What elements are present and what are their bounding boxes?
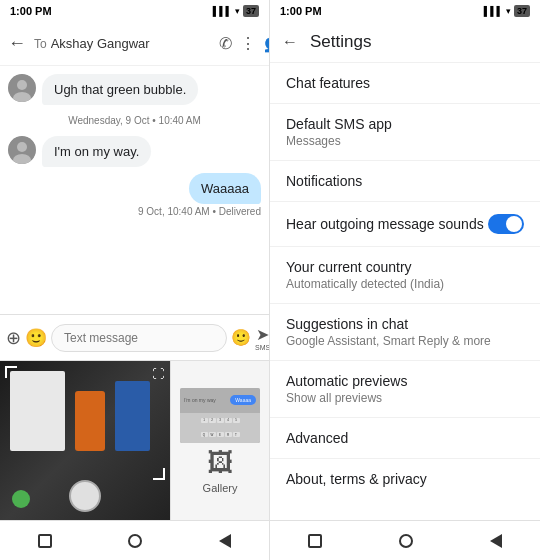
status-time-left: 1:00 PM xyxy=(10,5,52,17)
status-time-right: 1:00 PM xyxy=(280,5,322,17)
nav-back-icon-right[interactable] xyxy=(490,534,502,548)
key: E xyxy=(217,432,224,437)
cam-corner-tl xyxy=(5,366,17,378)
sounds-toggle[interactable] xyxy=(488,214,524,234)
status-bar-left: 1:00 PM ▌▌▌ ▾ 37 xyxy=(0,0,269,22)
text-message-input[interactable] xyxy=(51,324,227,352)
settings-label-6: Automatic previews xyxy=(286,373,524,389)
key: 4 xyxy=(225,418,232,423)
settings-item-suggestions[interactable]: Suggestions in chat Google Assistant, Sm… xyxy=(270,304,540,361)
settings-title: Settings xyxy=(310,32,371,52)
settings-label-0: Chat features xyxy=(286,75,524,91)
settings-back-icon[interactable]: ← xyxy=(282,33,298,51)
gallery-icon: 🖼 xyxy=(207,447,233,478)
key: W xyxy=(209,432,216,437)
settings-item-previews[interactable]: Automatic previews Show all previews xyxy=(270,361,540,418)
avatar-2 xyxy=(8,136,36,164)
camera-view[interactable]: ⛶ xyxy=(0,361,170,520)
cam-expand-icon[interactable]: ⛶ xyxy=(152,367,164,381)
preview-bubble: Waaaa xyxy=(230,395,256,405)
gallery-label: Gallery xyxy=(203,482,238,494)
message-sent-1: Waaaaa 9 Oct, 10:40 AM • Delivered xyxy=(8,173,261,217)
status-bar-right: 1:00 PM ▌▌▌ ▾ 37 xyxy=(270,0,540,22)
settings-item-about[interactable]: About, terms & privacy xyxy=(270,459,540,499)
settings-item-chat-features[interactable]: Chat features xyxy=(270,63,540,104)
sms-label: SMS xyxy=(255,344,270,351)
message-received-1: Ugh that green bubble. xyxy=(8,74,261,105)
settings-label-8: About, terms & privacy xyxy=(286,471,524,487)
key: Q xyxy=(201,432,208,437)
sticker-icon[interactable]: 🙂 xyxy=(25,327,47,349)
avatar-1 xyxy=(8,74,36,102)
settings-item-sounds: Hear outgoing message sounds xyxy=(270,202,540,247)
preview-top: I'm on my way Waaaa xyxy=(180,388,260,413)
cam-green-indicator xyxy=(12,490,30,508)
settings-list: Chat features Default SMS app Messages N… xyxy=(270,63,540,520)
settings-item-notifications[interactable]: Notifications xyxy=(270,161,540,202)
chat-header: ← To ✆ ⋮ 👥 xyxy=(0,22,269,66)
chat-panel: 1:00 PM ▌▌▌ ▾ 37 ← To ✆ ⋮ 👥 xyxy=(0,0,270,560)
settings-item-advanced[interactable]: Advanced xyxy=(270,418,540,459)
timestamp-1: Wednesday, 9 Oct • 10:40 AM xyxy=(8,115,261,126)
nav-back-icon[interactable] xyxy=(219,534,231,548)
settings-label-4: Your current country xyxy=(286,259,524,275)
emoji-icon[interactable]: 🙂 xyxy=(231,328,251,347)
settings-label-7: Advanced xyxy=(286,430,524,446)
wifi-icon-right: ▾ xyxy=(506,6,511,16)
bubble-text-sent: Waaaaa xyxy=(189,173,261,204)
media-area: ⛶ I'm on my way Waaaa 1 2 3 xyxy=(0,360,269,520)
sms-send-button[interactable]: ➤ SMS xyxy=(255,325,270,351)
send-arrow-icon: ➤ xyxy=(256,325,269,344)
message-received-2: I'm on my way. xyxy=(8,136,261,167)
settings-label-3: Hear outgoing message sounds xyxy=(286,216,484,232)
settings-sub-1: Messages xyxy=(286,134,524,148)
status-icons-right: ▌▌▌ ▾ 37 xyxy=(484,5,530,17)
settings-sub-6: Show all previews xyxy=(286,391,524,405)
nav-recent-icon-right[interactable] xyxy=(308,534,322,548)
delivered-status: 9 Oct, 10:40 AM • Delivered xyxy=(138,206,261,217)
cam-object-orange xyxy=(75,391,105,451)
phone-icon[interactable]: ✆ xyxy=(219,34,232,53)
camera-objects: ⛶ xyxy=(0,361,170,520)
settings-sub-5: Google Assistant, Smart Reply & more xyxy=(286,334,524,348)
settings-panel: 1:00 PM ▌▌▌ ▾ 37 ← Settings Chat feature… xyxy=(270,0,540,560)
bubble-text-1: Ugh that green bubble. xyxy=(42,74,198,105)
preview-keyboard: 1 2 3 4 5 Q W E R T xyxy=(180,413,260,443)
contact-input[interactable] xyxy=(51,36,219,51)
back-icon[interactable]: ← xyxy=(8,33,26,54)
nav-home-icon[interactable] xyxy=(128,534,142,548)
chat-messages: Ugh that green bubble. Wednesday, 9 Oct … xyxy=(0,66,269,314)
cam-object-white xyxy=(10,371,65,451)
settings-sub-4: Automatically detected (India) xyxy=(286,277,524,291)
nav-recent-icon[interactable] xyxy=(38,534,52,548)
gallery-panel[interactable]: I'm on my way Waaaa 1 2 3 4 5 Q xyxy=(170,361,269,520)
settings-header: ← Settings xyxy=(270,22,540,63)
battery-right: 37 xyxy=(514,5,530,17)
svg-point-1 xyxy=(17,80,27,90)
chat-input-area: ⊕ 🙂 🙂 ➤ SMS xyxy=(0,314,269,360)
settings-label-2: Notifications xyxy=(286,173,524,189)
nav-home-icon-right[interactable] xyxy=(399,534,413,548)
preview-thumbnail: I'm on my way Waaaa 1 2 3 4 5 Q xyxy=(180,388,260,443)
cam-object-blue xyxy=(115,381,150,451)
more-options-icon[interactable]: ⋮ xyxy=(240,34,256,53)
key: T xyxy=(233,432,240,437)
add-attachment-icon[interactable]: ⊕ xyxy=(6,327,21,349)
key: R xyxy=(225,432,232,437)
settings-label-1: Default SMS app xyxy=(286,116,524,132)
key: 5 xyxy=(233,418,240,423)
cam-corner-br xyxy=(153,468,165,480)
signal-icon: ▌▌▌ xyxy=(213,6,232,16)
settings-item-country[interactable]: Your current country Automatically detec… xyxy=(270,247,540,304)
key: 2 xyxy=(209,418,216,423)
cam-shutter-button[interactable] xyxy=(69,480,101,512)
bubble-text-2: I'm on my way. xyxy=(42,136,151,167)
header-actions: ✆ ⋮ 👥 xyxy=(219,34,270,53)
nav-bar-right xyxy=(270,520,540,560)
status-icons-left: ▌▌▌ ▾ 37 xyxy=(213,5,259,17)
svg-point-4 xyxy=(17,142,27,152)
settings-label-5: Suggestions in chat xyxy=(286,316,524,332)
settings-item-default-sms[interactable]: Default SMS app Messages xyxy=(270,104,540,161)
battery-left: 37 xyxy=(243,5,259,17)
key: 1 xyxy=(201,418,208,423)
